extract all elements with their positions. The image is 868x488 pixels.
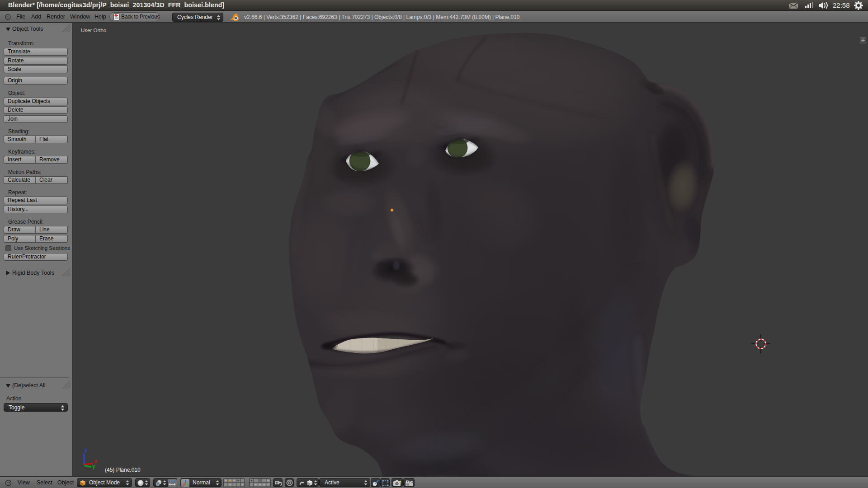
- svg-text:z: z: [85, 447, 87, 453]
- svg-text:22:58: 22:58: [833, 1, 850, 9]
- svg-text:y: y: [92, 463, 95, 469]
